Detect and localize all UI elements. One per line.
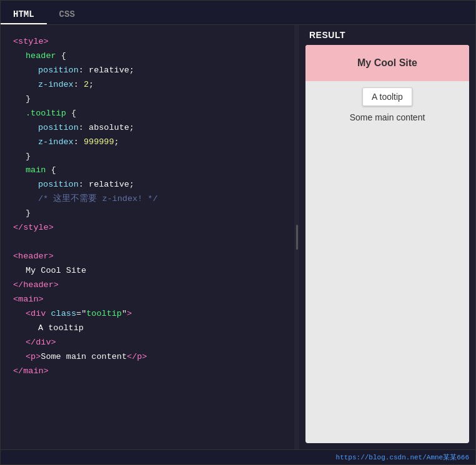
rendered-main-text: Some main content: [318, 112, 457, 122]
code-line-3: position: relative;: [13, 64, 282, 78]
code-line-13: }: [13, 207, 282, 221]
code-line-24: </main>: [13, 365, 282, 379]
tab-bar: HTML CSS: [1, 1, 475, 25]
code-line-19: <main>: [13, 293, 282, 307]
rendered-tooltip: A tooltip: [362, 87, 412, 106]
code-line-2: header {: [13, 49, 282, 64]
code-line-23: <p>Some main content</p>: [13, 350, 282, 365]
code-line-9: }: [13, 150, 282, 164]
watermark-text: https://blog.csdn.net/Amne某某666: [336, 454, 469, 461]
code-panel[interactable]: <style> header { position: relative; z-i…: [1, 25, 294, 449]
panel-divider[interactable]: [294, 25, 299, 449]
code-line-17: My Cool Site: [13, 264, 282, 278]
code-line-1: <style>: [13, 35, 282, 49]
code-line-5: }: [13, 92, 282, 107]
code-line-22: </div>: [13, 336, 282, 350]
code-line-8: z-index: 999999;: [13, 135, 282, 150]
code-line-14: </style>: [13, 221, 282, 235]
code-line-12: /* 这里不需要 z-index! */: [13, 192, 282, 207]
app-container: HTML CSS <style> header { position: rela…: [0, 0, 476, 465]
code-line-10: main {: [13, 164, 282, 178]
code-line-20: <div class="tooltip">: [13, 307, 282, 321]
tab-html[interactable]: HTML: [1, 6, 47, 24]
result-header-label: RESULT: [299, 25, 475, 45]
result-frame: My Cool Site A tooltip Some main content: [305, 45, 469, 443]
code-line-6: .tooltip {: [13, 107, 282, 121]
content-area: <style> header { position: relative; z-i…: [1, 25, 475, 449]
watermark-bar: https://blog.csdn.net/Amne某某666: [1, 449, 475, 464]
rendered-header: My Cool Site: [305, 45, 469, 81]
code-line-4: z-index: 2;: [13, 78, 282, 92]
code-line-21: A tooltip: [13, 321, 282, 336]
code-line-7: position: absolute;: [13, 121, 282, 135]
code-line-11: position: relative;: [13, 178, 282, 192]
tab-css[interactable]: CSS: [47, 6, 87, 24]
divider-handle: [296, 225, 298, 250]
result-panel: RESULT My Cool Site A tooltip Some main …: [299, 25, 475, 449]
code-line-16: <header>: [13, 250, 282, 264]
code-line-18: </header>: [13, 278, 282, 293]
code-line-15: [13, 235, 282, 250]
